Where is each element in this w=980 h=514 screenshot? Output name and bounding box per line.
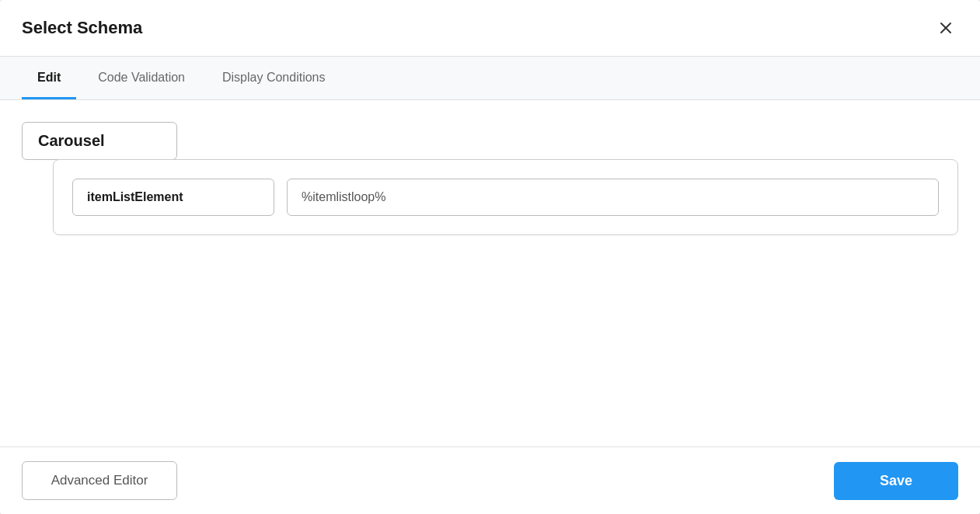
close-icon bbox=[936, 19, 955, 37]
tabs-bar: Edit Code Validation Display Conditions bbox=[0, 57, 980, 100]
select-schema-modal: Select Schema Edit Code Validation Displ… bbox=[0, 0, 980, 514]
field-key-input[interactable] bbox=[72, 179, 274, 216]
modal-footer: Advanced Editor Save bbox=[0, 446, 980, 514]
group-header: Carousel bbox=[22, 122, 958, 160]
tab-code-validation[interactable]: Code Validation bbox=[82, 57, 201, 99]
modal-body: Carousel bbox=[0, 100, 980, 446]
group-label: Carousel bbox=[22, 122, 177, 160]
group-body bbox=[53, 159, 958, 235]
close-button[interactable] bbox=[933, 16, 958, 40]
tab-edit[interactable]: Edit bbox=[22, 57, 76, 99]
field-row bbox=[72, 179, 939, 216]
modal-header: Select Schema bbox=[0, 0, 980, 57]
tab-display-conditions[interactable]: Display Conditions bbox=[207, 57, 341, 99]
modal-title: Select Schema bbox=[22, 18, 142, 38]
save-button[interactable]: Save bbox=[834, 462, 958, 500]
schema-group: Carousel bbox=[22, 122, 958, 235]
field-value-input[interactable] bbox=[287, 179, 939, 216]
advanced-editor-button[interactable]: Advanced Editor bbox=[22, 461, 177, 500]
